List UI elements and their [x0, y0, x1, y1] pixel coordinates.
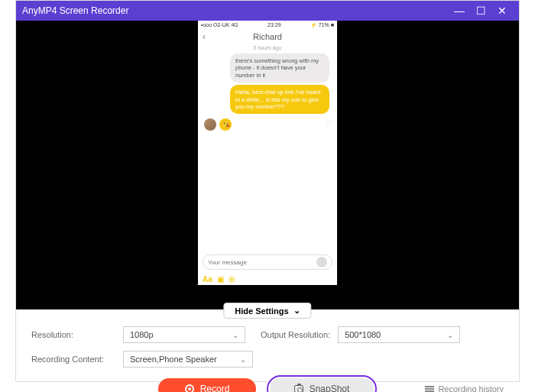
output-resolution-select[interactable]: 500*1080 ⌄	[338, 326, 460, 343]
heart-icon: ♡	[326, 120, 332, 128]
avatar-row: 😘 ♡	[204, 118, 331, 131]
record-icon	[185, 384, 194, 392]
recording-content-select[interactable]: Screen,Phone Speaker ⌄	[123, 351, 253, 368]
preview-area: •ooo O2-UK 4G 23:29 ⚡ 71% ■ ‹ Richard 5 …	[16, 21, 519, 309]
phone-preview: •ooo O2-UK 4G 23:29 ⚡ 71% ■ ‹ Richard 5 …	[198, 21, 337, 285]
snapshot-label: SnapShot	[310, 384, 350, 392]
text-format-icon: Aa	[203, 275, 212, 283]
recording-content-value: Screen,Phone Speaker	[130, 355, 217, 364]
app-title: AnyMP4 Screen Recorder	[22, 5, 449, 16]
recording-content-label: Recording Content:	[31, 355, 115, 364]
avatar	[204, 118, 216, 131]
record-button[interactable]: Record	[158, 378, 256, 392]
hide-settings-label: Hide Settings	[235, 306, 288, 316]
status-time: 23:29	[268, 22, 281, 28]
chevron-down-icon: ⌄	[232, 331, 238, 339]
gif-icon: ⊞	[229, 275, 235, 283]
recording-history-label: Recording history	[438, 384, 504, 392]
send-icon	[316, 257, 327, 267]
resolution-label: Resolution:	[31, 330, 115, 339]
settings-row-content: Recording Content: Screen,Phone Speaker …	[31, 351, 504, 368]
message-incoming: there's something wrong with my phone - …	[230, 53, 329, 83]
chevron-down-icon: ⌄	[447, 331, 453, 339]
snapshot-highlight: SnapShot	[267, 375, 377, 392]
output-resolution-label: Output Resolution:	[261, 330, 330, 339]
hide-settings-button[interactable]: Hide Settings ⌄	[223, 303, 311, 319]
chat-header: ‹ Richard	[198, 30, 337, 44]
resolution-value: 1080p	[130, 330, 154, 339]
maximize-button[interactable]: ☐	[470, 5, 491, 17]
snapshot-button[interactable]: SnapShot	[270, 378, 374, 392]
action-row: Record SnapShot Recording history	[31, 375, 504, 392]
recording-history-link[interactable]: Recording history	[425, 384, 504, 392]
list-icon	[425, 385, 434, 392]
minimize-button[interactable]: —	[449, 5, 470, 17]
app-window: AnyMP4 Screen Recorder — ☐ ✕ •ooo O2-UK …	[15, 0, 520, 382]
chevron-down-icon: ⌄	[293, 306, 300, 316]
status-battery: ⚡ 71% ■	[310, 22, 334, 28]
status-carrier: •ooo O2-UK 4G	[201, 22, 238, 28]
message-input	[208, 259, 313, 266]
resolution-select[interactable]: 1080p ⌄	[123, 326, 245, 343]
message-input-bar	[203, 254, 332, 270]
chat-toolbar: Aa ▣ ⊞	[203, 275, 235, 283]
settings-panel: Resolution: 1080p ⌄ Output Resolution: 5…	[16, 309, 519, 392]
settings-row-resolution: Resolution: 1080p ⌄ Output Resolution: 5…	[31, 326, 504, 343]
contact-name: Richard	[253, 32, 282, 41]
chevron-down-icon: ⌄	[240, 355, 246, 364]
output-resolution-value: 500*1080	[345, 330, 381, 339]
camera-icon: ▣	[217, 275, 224, 283]
emoji-icon: 😘	[219, 118, 232, 131]
titlebar: AnyMP4 Screen Recorder — ☐ ✕	[16, 1, 519, 21]
record-label: Record	[200, 384, 230, 392]
back-icon: ‹	[203, 31, 206, 42]
close-button[interactable]: ✕	[491, 5, 513, 17]
time-ago: 5 hours ago	[198, 45, 337, 50]
phone-statusbar: •ooo O2-UK 4G 23:29 ⚡ 71% ■	[198, 21, 337, 30]
camera-icon	[294, 385, 303, 392]
message-outgoing: Haha, best chat up line I've heard in a …	[230, 85, 329, 114]
heart-icon: ♡	[328, 89, 334, 97]
